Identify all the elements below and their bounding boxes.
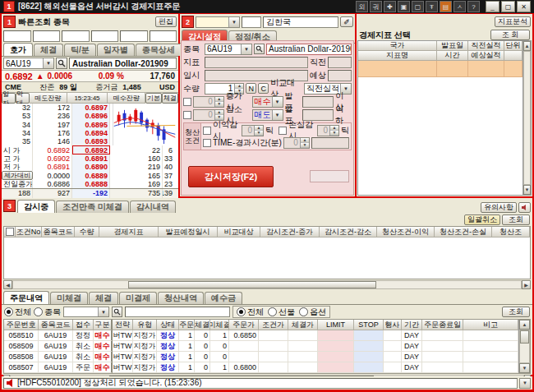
window-icon[interactable]: ▢ [412,1,424,12]
close-button[interactable]: ✕ [517,1,531,12]
filter-all-radio[interactable]: 전체 [4,307,31,318]
select-all-checkbox[interactable] [6,228,14,236]
step-down-icon[interactable]: ▼ [255,131,263,136]
step-down-icon[interactable]: ▼ [301,143,309,148]
status-history-dropdown[interactable]: ▼ [519,378,531,389]
account-combo[interactable]: ▼ [196,16,240,28]
step-down-icon[interactable]: ▼ [330,131,338,136]
scroll-right-icon[interactable]: ▶ [522,280,531,289]
decrease-side-combo[interactable]: 매도 ▼ [252,109,283,121]
order-row[interactable]: 0585106AU19정정매수버TW지정가정상1010.6850DAY [4,330,518,341]
capture-icon[interactable]: ▣ [398,1,410,12]
search-icon[interactable] [112,307,122,317]
date-toggle-button[interactable]: 일자 [2,93,16,104]
account-password-field[interactable] [242,16,261,28]
type-all-radio[interactable]: 전체 [237,307,264,318]
search-icon[interactable] [254,44,265,54]
chevron-down-icon[interactable]: ▼ [43,58,53,68]
c-button[interactable]: C [258,83,269,94]
scroll-up-icon[interactable]: ▲ [523,41,531,51]
scroll-down-icon[interactable]: ▼ [519,363,530,373]
alert-icon[interactable] [518,202,531,213]
quick-slot-1[interactable] [33,30,61,42]
bid-row[interactable]: 저 가0.68910.689021940 [2,163,178,171]
indicator-selected-row[interactable] [358,61,522,77]
open-compare-button[interactable]: 제가대비 [2,171,33,179]
watch-tab-2[interactable]: 감시내역 [130,201,176,213]
watch-tab-1[interactable]: 조건만족 미체결 [56,201,129,213]
step-down-icon[interactable]: ▼ [215,102,223,107]
order-row[interactable]: 0585096AU19취소매수버TW지정가정상100DAY [4,341,518,352]
type-futures-radio[interactable]: 선물 [268,307,295,318]
quote-tab-1[interactable]: 체결 [34,44,63,56]
bid-row[interactable]: 제가대비0.00000.688916537 [2,171,178,179]
minimize-button[interactable]: _ [486,1,499,12]
indicator-inquiry-button[interactable]: 조 회 [490,30,530,40]
exec-toggle-button[interactable]: 체결 [162,93,178,104]
order-tab-1[interactable]: 미체결 [50,292,88,304]
filter-symbol-radio[interactable]: 종목 [34,307,61,318]
watch-tab-0[interactable]: 감시중 [17,200,55,213]
indicator-field[interactable] [205,57,308,68]
quick-slot-2[interactable] [62,30,90,42]
order-tab-5[interactable]: 예수금 [205,292,242,304]
chevron-down-icon[interactable]: ▼ [272,110,283,120]
plus-icon[interactable]: ✚ [384,1,396,12]
scroll-track[interactable] [12,280,522,289]
order-inquiry-button[interactable]: 조회 [502,307,530,317]
watch-inquiry-button[interactable]: 조회 [502,214,530,225]
quote-tab-2[interactable]: 틱/분 [64,44,96,56]
erase-icon[interactable]: ✐ [340,16,353,27]
indicator-analyze-button[interactable]: 지표분석 [495,16,531,27]
watch-save-button[interactable]: 감시저장(F2) [188,166,274,187]
loss-watch-checkbox[interactable] [279,127,287,135]
scroll-track[interactable] [523,51,531,185]
pin-icon[interactable]: Ŧ [426,1,438,12]
bid-row[interactable]: 고 가0.69020.689116033 [2,154,178,163]
user-icon[interactable]: ㅅ [453,1,466,12]
notice-button[interactable]: 유의사항 [481,202,517,213]
scroll-up-icon[interactable]: ▲ [519,320,530,330]
decrease-checkbox[interactable] [183,111,191,119]
keypad-icon[interactable]: 궈 [370,1,382,12]
chevron-down-icon[interactable]: ▼ [272,97,283,107]
profit-watch-checkbox[interactable] [203,127,211,135]
cancel-all-button[interactable]: 일괄취소 [464,214,500,225]
time-stepper[interactable]: 0 ▲▼ [283,137,310,149]
bar-toggle-button[interactable]: 막대 [16,93,30,104]
order-tab-4[interactable]: 청산내역 [158,292,204,304]
increase-stepper[interactable]: 0 ▲▼ [193,96,224,108]
increase-checkbox[interactable] [183,98,191,106]
quick-slot-3[interactable] [91,30,119,42]
order-tab-2[interactable]: 체결 [89,292,118,304]
quick-slot-4[interactable] [120,30,148,42]
scroll-track[interactable] [519,330,530,363]
quick-slot-0[interactable] [3,30,31,42]
quick-slot-5[interactable] [150,30,177,42]
lang-kr-icon[interactable]: 외 [356,1,368,12]
bid-row[interactable]: 시 가0.68920.6892226 [2,145,178,154]
scroll-thumb[interactable] [128,281,376,288]
help-icon[interactable]: ? [467,1,480,12]
order-tab-3[interactable]: 미결제 [119,292,157,304]
loss-stepper[interactable]: 0 ▲▼ [317,125,339,136]
quote-tab-4[interactable]: 종목상세 [136,44,182,56]
maximize-button[interactable]: ▢ [501,1,515,12]
scroll-down-icon[interactable]: ▼ [523,185,531,195]
watch-grid-body[interactable] [4,238,530,279]
chevron-down-icon[interactable]: ▼ [228,17,239,27]
time-elapse-checkbox[interactable] [203,139,211,147]
edit-button[interactable]: 편집 [155,16,177,27]
profit-stepper[interactable]: 0 ▲▼ [242,125,264,136]
chevron-down-icon[interactable]: ▼ [98,307,108,316]
quote-tab-3[interactable]: 일자별 [97,44,135,56]
increase-side-combo[interactable]: 매수 ▼ [252,96,283,108]
chevron-down-icon[interactable]: ▼ [241,44,251,54]
order-row[interactable]: 0585076AU19주문매수버TW지정가정상1010.6800DAY [4,362,518,373]
scroll-thumb[interactable] [520,330,529,344]
type-options-radio[interactable]: 옵션 [299,307,326,318]
order-symbol-combo[interactable]: ▼ [63,307,109,317]
theme-icon[interactable]: ▤ [440,1,452,12]
order-symbol-name-field[interactable] [125,307,230,317]
order-tab-0[interactable]: 주문내역 [3,291,49,304]
